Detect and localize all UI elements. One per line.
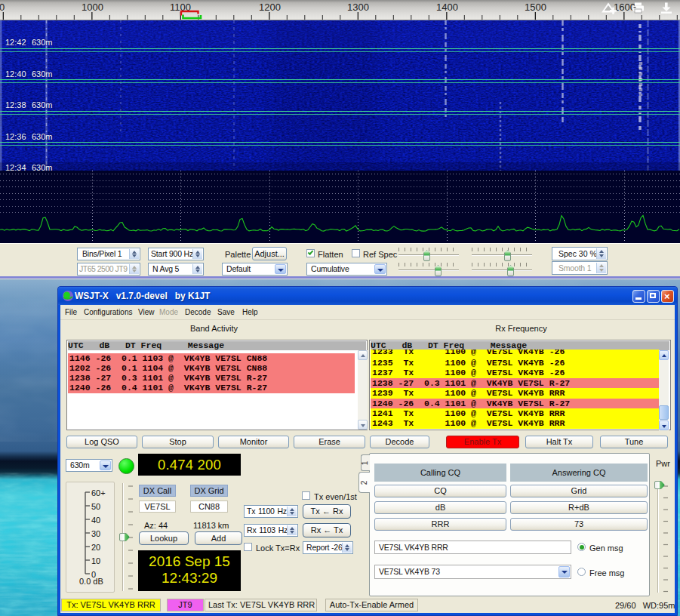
svg-text:40: 40 [91,516,100,525]
svg-text:0.0 dB: 0.0 dB [79,577,103,586]
svg-text:30: 30 [91,529,100,538]
svg-text:50: 50 [91,502,100,511]
svg-text:10: 10 [91,556,100,565]
svg-text:20: 20 [91,543,100,552]
svg-text:60+: 60+ [91,488,106,497]
